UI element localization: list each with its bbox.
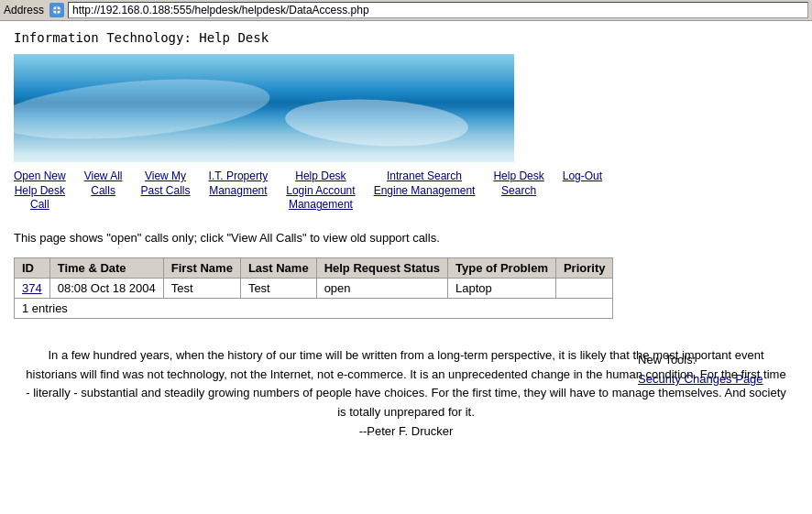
content-wrapper: Open NewHelp DeskCall View AllCalls View…: [14, 170, 798, 319]
info-text: This page shows "open" calls only; click…: [14, 231, 798, 245]
nav-view-all[interactable]: View AllCalls: [84, 170, 123, 198]
col-priority: Priority: [555, 257, 613, 278]
main-content: Information Technology: Help Desk Open N…: [0, 21, 812, 451]
entries-row: 1 entries: [15, 298, 613, 318]
entries-count: 1 entries: [15, 298, 613, 318]
table-row: 374 08:08 Oct 18 2004 Test Test open Lap…: [15, 278, 613, 298]
nav-open-new[interactable]: Open NewHelp DeskCall: [14, 170, 66, 213]
nav-logout[interactable]: Log-Out: [563, 170, 602, 184]
cell-first-name: Test: [163, 278, 240, 298]
address-input[interactable]: [68, 2, 808, 18]
nav-bar: Open NewHelp DeskCall View AllCalls View…: [14, 170, 798, 213]
cell-problem: Laptop: [448, 278, 556, 298]
col-last-name: Last Name: [240, 257, 316, 278]
col-first-name: First Name: [163, 257, 240, 278]
browser-icon: [49, 3, 64, 17]
col-problem: Type of Problem: [448, 257, 556, 278]
nav-it-property[interactable]: I.T. PropertyManagment: [209, 170, 269, 198]
col-status: Help Request Status: [316, 257, 447, 278]
page-title: Information Technology: Help Desk: [14, 30, 798, 45]
nav-view-past[interactable]: View MyPast Calls: [141, 170, 191, 198]
calls-table: ID Time & Date First Name Last Name Help…: [14, 257, 613, 319]
cell-priority: [555, 278, 613, 298]
cell-last-name: Test: [240, 278, 316, 298]
new-tools-label: New Tools:: [638, 353, 785, 366]
address-bar: Address: [0, 0, 812, 21]
nav-intranet-search[interactable]: Intranet SearchEngine Management: [374, 170, 476, 198]
cell-time-date: 08:08 Oct 18 2004: [49, 278, 163, 298]
quote-attribution: --Peter F. Drucker: [23, 422, 789, 442]
col-id: ID: [15, 257, 50, 278]
address-label: Address: [4, 4, 44, 16]
right-panel: New Tools: Security Changes Page: [638, 353, 785, 386]
hero-image: [14, 54, 514, 162]
cell-id: 374: [15, 278, 50, 298]
record-id-link[interactable]: 374: [22, 281, 42, 295]
col-time-date: Time & Date: [49, 257, 163, 278]
nav-help-search[interactable]: Help DeskSearch: [493, 170, 543, 198]
security-changes-link[interactable]: Security Changes Page: [638, 372, 763, 386]
cell-status: open: [316, 278, 447, 298]
nav-login-mgmt[interactable]: Help DeskLogin AccountManagement: [286, 170, 355, 213]
